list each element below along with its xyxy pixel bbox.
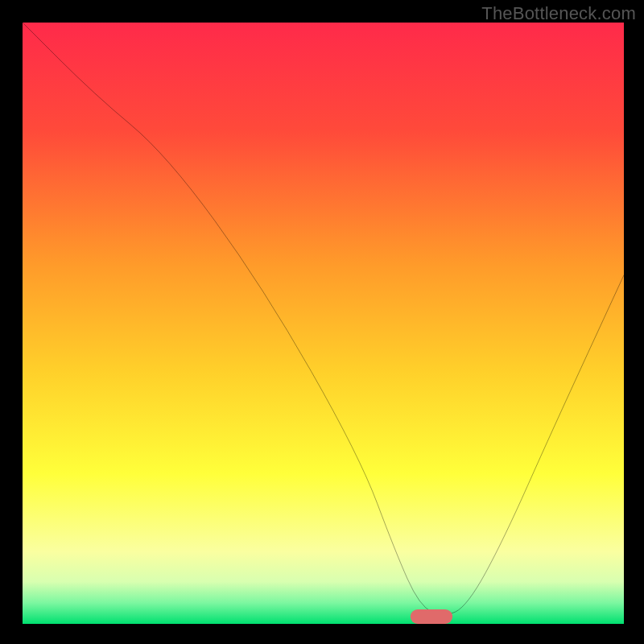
- plot-svg: [23, 23, 624, 624]
- optimum-marker: [411, 609, 452, 624]
- watermark-text: TheBottleneck.com: [481, 3, 636, 24]
- chart-frame: TheBottleneck.com: [0, 0, 644, 644]
- heat-background: [23, 23, 624, 624]
- bottleneck-plot: [23, 23, 624, 624]
